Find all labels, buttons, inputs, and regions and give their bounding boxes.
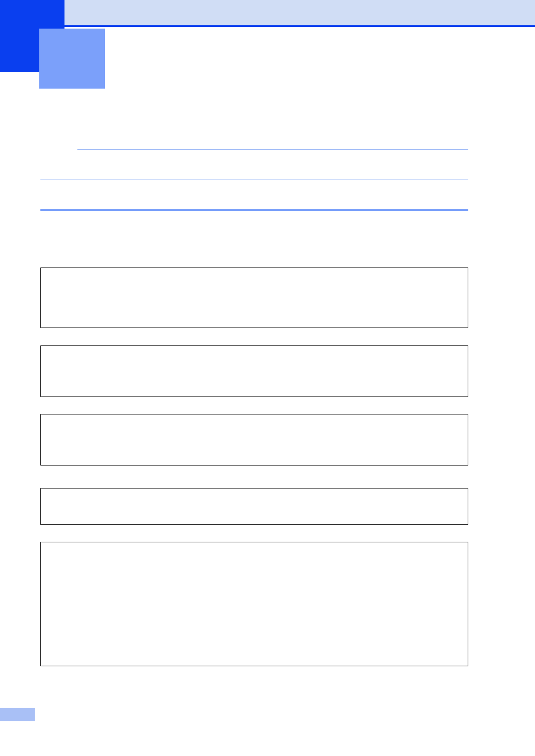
content-box-1	[40, 268, 468, 328]
divider-line-3	[40, 209, 468, 211]
divider-line-2	[40, 179, 468, 179]
content-box-3	[40, 414, 468, 465]
divider-line-1	[77, 149, 468, 150]
content-box-2	[40, 345, 468, 397]
content-box-5	[40, 542, 468, 666]
footer-block	[0, 708, 35, 721]
header-block-secondary	[39, 29, 105, 89]
content-box-4	[40, 488, 468, 525]
top-banner	[64, 0, 535, 27]
